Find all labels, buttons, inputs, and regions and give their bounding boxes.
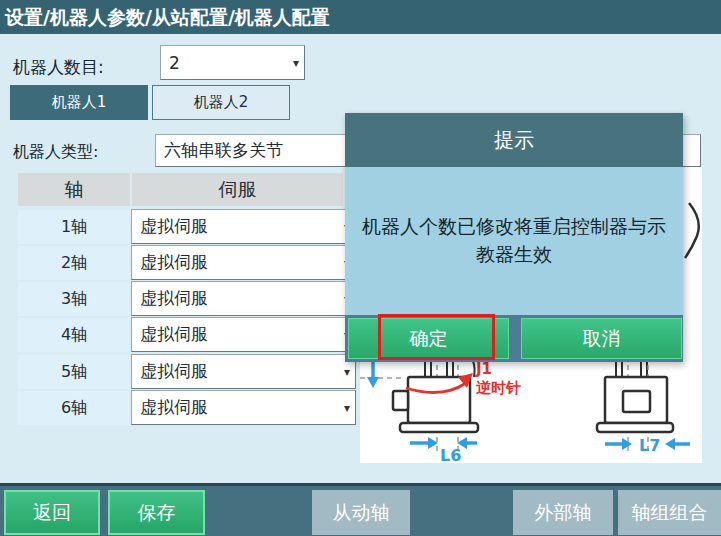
prompt-dialog: 提示 机器人个数已修改将重启控制器与示教器生效 确定 取消 [345, 113, 683, 362]
axis-label-4: 4轴 [18, 318, 130, 352]
dialog-title: 提示 [345, 113, 683, 167]
dimension-l6-label: L6 [440, 446, 461, 463]
dialog-message: 机器人个数已修改将重启控制器与示教器生效 [345, 167, 683, 315]
robot-count-select[interactable]: 2 ▾ [160, 45, 305, 80]
tab-robot-1-label: 机器人1 [52, 93, 107, 112]
j1-direction-label: 逆时针 [475, 379, 521, 397]
tab-robot-2-label: 机器人2 [194, 93, 249, 112]
servo-column-header: 伺服 [132, 173, 343, 206]
axis-label-1: 1轴 [18, 210, 130, 244]
servo-select-2[interactable]: 虚拟伺服 ▾ [131, 245, 356, 280]
servo-value-6: 虚拟伺服 [140, 396, 208, 419]
chevron-down-icon: ▾ [293, 57, 299, 69]
driven-axis-button[interactable]: 从动轴 [312, 490, 410, 535]
save-button-label: 保存 [138, 500, 176, 526]
axis-label-2: 2轴 [18, 246, 130, 280]
servo-select-3[interactable]: 虚拟伺服 ▾ [131, 281, 356, 316]
axis-label-5: 5轴 [18, 355, 130, 389]
servo-value-3: 虚拟伺服 [140, 287, 208, 310]
axis-group-button-label: 轴组组合 [632, 500, 708, 526]
axis-label-3: 3轴 [18, 282, 130, 316]
servo-value-2: 虚拟伺服 [140, 251, 208, 274]
ok-button-highlight [378, 314, 495, 360]
tab-robot-1[interactable]: 机器人1 [10, 85, 148, 120]
back-button-label: 返回 [33, 500, 71, 526]
axis-column-header: 轴 [18, 173, 130, 206]
chevron-down-icon: ▾ [344, 366, 350, 378]
bottom-toolbar: 返回 保存 从动轴 外部轴 轴组组合 [0, 483, 721, 536]
dimension-l7-label: L7 [639, 436, 660, 455]
robot-count-label: 机器人数目: [13, 56, 104, 79]
breadcrumb-title: 设置/机器人参数/从站配置/机器人配置 [0, 0, 721, 34]
servo-value-4: 虚拟伺服 [140, 323, 208, 346]
servo-select-5[interactable]: 虚拟伺服 ▾ [131, 354, 356, 389]
axis-label-6: 6轴 [18, 391, 130, 425]
tab-robot-2[interactable]: 机器人2 [152, 85, 290, 120]
servo-value-1: 虚拟伺服 [140, 215, 208, 238]
robot-count-value: 2 [169, 53, 180, 73]
servo-select-1[interactable]: 虚拟伺服 ▾ [131, 209, 356, 244]
chevron-down-icon: ▾ [344, 402, 350, 414]
j1-label: J1 [475, 360, 492, 378]
save-button[interactable]: 保存 [108, 490, 205, 535]
servo-value-5: 虚拟伺服 [140, 360, 208, 383]
axis-group-button[interactable]: 轴组组合 [618, 490, 721, 535]
driven-axis-button-label: 从动轴 [333, 500, 390, 526]
robot-type-value: 六轴串联多关节 [164, 139, 283, 162]
external-axis-button[interactable]: 外部轴 [513, 490, 613, 535]
robot-config-screen: 设置/机器人参数/从站配置/机器人配置 机器人数目: 2 ▾ 机器人1 机器人2… [0, 0, 721, 536]
back-button[interactable]: 返回 [4, 490, 100, 535]
external-axis-button-label: 外部轴 [535, 500, 592, 526]
robot-type-label: 机器人类型: [13, 142, 98, 163]
cancel-button-label: 取消 [583, 326, 621, 352]
servo-select-6[interactable]: 虚拟伺服 ▾ [131, 390, 356, 425]
servo-select-4[interactable]: 虚拟伺服 ▾ [131, 317, 356, 352]
cancel-button[interactable]: 取消 [521, 318, 682, 359]
